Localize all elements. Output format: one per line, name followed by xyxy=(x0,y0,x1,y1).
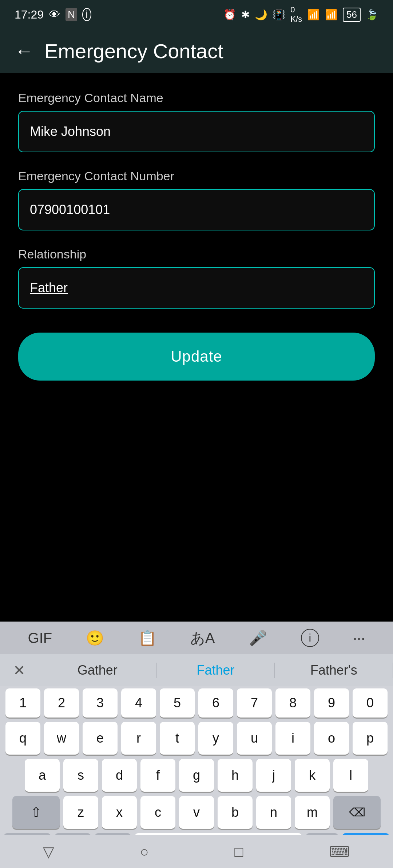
number-row: 1 2 3 4 5 6 7 8 9 0 xyxy=(0,686,393,720)
key-a[interactable]: a xyxy=(25,759,60,792)
relationship-field-group: Relationship xyxy=(18,247,375,325)
relationship-input[interactable] xyxy=(18,267,375,309)
dismiss-suggestions-button[interactable]: ✕ xyxy=(0,662,39,679)
home-nav-icon[interactable]: ○ xyxy=(140,844,148,860)
suggestion-fathers[interactable]: Father's xyxy=(275,663,393,678)
key-x[interactable]: x xyxy=(102,796,137,829)
key-c[interactable]: c xyxy=(140,796,175,829)
translate-icon[interactable]: あA xyxy=(190,628,215,648)
gif-icon[interactable]: GIF xyxy=(28,630,52,646)
key-1[interactable]: 1 xyxy=(5,688,40,718)
wifi-icon: 📶 xyxy=(307,9,320,21)
key-q[interactable]: q xyxy=(5,722,40,755)
page-title: Emergency Contact xyxy=(44,39,223,63)
key-r[interactable]: r xyxy=(121,722,156,755)
suggestion-father[interactable]: Father xyxy=(157,663,275,678)
navigation-bar: ▽ ○ □ ⌨ xyxy=(0,835,393,868)
back-button[interactable]: ← xyxy=(15,41,33,60)
key-7[interactable]: 7 xyxy=(237,688,272,718)
battery-icon: 56 xyxy=(343,8,361,22)
status-time: 17:29 xyxy=(15,8,44,21)
update-button[interactable]: Update xyxy=(18,333,375,381)
asdf-row: a s d f g h j k l xyxy=(0,757,393,794)
key-z[interactable]: z xyxy=(63,796,98,829)
data-speed: 0K/s xyxy=(290,5,302,24)
key-p[interactable]: p xyxy=(353,722,388,755)
form-container: Emergency Contact Name Emergency Contact… xyxy=(0,73,393,395)
number-label: Emergency Contact Number xyxy=(18,169,375,183)
moon-icon: 🌙 xyxy=(255,9,267,21)
key-o[interactable]: o xyxy=(314,722,349,755)
key-s[interactable]: s xyxy=(63,759,98,792)
eye-icon: 👁 xyxy=(49,8,60,21)
relationship-label: Relationship xyxy=(18,247,375,261)
n-icon: N xyxy=(66,8,77,21)
shift-button[interactable]: ⇧ xyxy=(12,796,60,829)
qwerty-row: q w e r t y u i o p xyxy=(0,720,393,757)
key-i[interactable]: i xyxy=(275,722,310,755)
more-icon[interactable]: ··· xyxy=(353,630,365,646)
key-9[interactable]: 9 xyxy=(314,688,349,718)
sticker-icon[interactable]: 🙂 xyxy=(86,630,104,647)
name-input[interactable] xyxy=(18,111,375,152)
signal-icon: 📶 xyxy=(325,9,338,21)
recents-nav-icon[interactable]: □ xyxy=(234,844,243,860)
key-g[interactable]: g xyxy=(179,759,214,792)
top-bar: ← Emergency Contact xyxy=(0,29,393,73)
key-k[interactable]: k xyxy=(295,759,330,792)
back-nav-icon[interactable]: ▽ xyxy=(43,843,54,860)
number-input[interactable] xyxy=(18,189,375,230)
key-y[interactable]: y xyxy=(198,722,233,755)
suggestion-row: ✕ Gather Father Father's xyxy=(0,654,393,686)
key-b[interactable]: b xyxy=(218,796,253,829)
name-label: Emergency Contact Name xyxy=(18,91,375,105)
info-circle-icon[interactable]: i xyxy=(301,629,319,647)
clipboard-icon[interactable]: 📋 xyxy=(138,630,156,647)
key-n[interactable]: n xyxy=(256,796,291,829)
key-l[interactable]: l xyxy=(333,759,368,792)
key-4[interactable]: 4 xyxy=(121,688,156,718)
key-0[interactable]: 0 xyxy=(353,688,388,718)
info-icon: i xyxy=(82,8,91,21)
leaf-icon: 🍃 xyxy=(366,9,378,21)
status-bar: 17:29 👁 N i ⏰ ✱ 🌙 📳 0K/s 📶 📶 56 🍃 xyxy=(0,0,393,29)
key-m[interactable]: m xyxy=(295,796,330,829)
bluetooth-icon: ✱ xyxy=(241,9,250,21)
keyboard: GIF 🙂 📋 あA 🎤 i ··· ✕ Gather Father Fathe… xyxy=(0,622,393,868)
key-h[interactable]: h xyxy=(218,759,253,792)
alarm-icon: ⏰ xyxy=(223,9,236,21)
key-e[interactable]: e xyxy=(83,722,118,755)
key-j[interactable]: j xyxy=(256,759,291,792)
key-u[interactable]: u xyxy=(237,722,272,755)
key-f[interactable]: f xyxy=(140,759,175,792)
key-3[interactable]: 3 xyxy=(83,688,118,718)
key-6[interactable]: 6 xyxy=(198,688,233,718)
suggestion-gather[interactable]: Gather xyxy=(39,663,157,678)
key-w[interactable]: w xyxy=(44,722,79,755)
key-5[interactable]: 5 xyxy=(160,688,195,718)
mic-icon[interactable]: 🎤 xyxy=(249,630,267,647)
vibrate-icon: 📳 xyxy=(273,9,285,21)
name-field-group: Emergency Contact Name xyxy=(18,91,375,169)
backspace-button[interactable]: ⌫ xyxy=(333,796,381,829)
keyboard-nav-icon[interactable]: ⌨ xyxy=(329,843,350,860)
number-field-group: Emergency Contact Number xyxy=(18,169,375,247)
key-v[interactable]: v xyxy=(179,796,214,829)
key-2[interactable]: 2 xyxy=(44,688,79,718)
zxcv-row: ⇧ z x c v b n m ⌫ xyxy=(0,794,393,831)
key-t[interactable]: t xyxy=(160,722,195,755)
key-d[interactable]: d xyxy=(102,759,137,792)
keyboard-toolbar: GIF 🙂 📋 あA 🎤 i ··· xyxy=(0,622,393,654)
key-8[interactable]: 8 xyxy=(275,688,310,718)
